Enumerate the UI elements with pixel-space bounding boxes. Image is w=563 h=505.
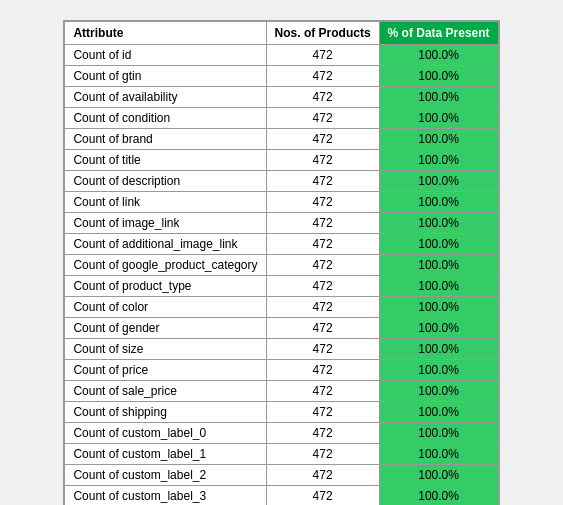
attribute-cell: Count of description	[65, 171, 266, 192]
attribute-cell: Count of condition	[65, 108, 266, 129]
count-cell: 472	[266, 255, 379, 276]
attribute-cell: Count of custom_label_3	[65, 486, 266, 506]
percent-cell: 100.0%	[379, 150, 498, 171]
count-cell: 472	[266, 234, 379, 255]
count-cell: 472	[266, 213, 379, 234]
table-row: Count of product_type472100.0%	[65, 276, 498, 297]
count-cell: 472	[266, 486, 379, 506]
count-cell: 472	[266, 297, 379, 318]
percent-cell: 100.0%	[379, 129, 498, 150]
attribute-cell: Count of additional_image_link	[65, 234, 266, 255]
table-row: Count of google_product_category472100.0…	[65, 255, 498, 276]
table-row: Count of sale_price472100.0%	[65, 381, 498, 402]
table-row: Count of size472100.0%	[65, 339, 498, 360]
count-cell: 472	[266, 45, 379, 66]
percent-cell: 100.0%	[379, 297, 498, 318]
table-row: Count of link472100.0%	[65, 192, 498, 213]
attribute-cell: Count of brand	[65, 129, 266, 150]
percent-cell: 100.0%	[379, 192, 498, 213]
percent-cell: 100.0%	[379, 108, 498, 129]
percent-cell: 100.0%	[379, 339, 498, 360]
attribute-cell: Count of image_link	[65, 213, 266, 234]
percent-cell: 100.0%	[379, 171, 498, 192]
percent-cell: 100.0%	[379, 465, 498, 486]
table-row: Count of custom_label_1472100.0%	[65, 444, 498, 465]
percent-cell: 100.0%	[379, 423, 498, 444]
table-row: Count of description472100.0%	[65, 171, 498, 192]
attribute-cell: Count of custom_label_0	[65, 423, 266, 444]
count-cell: 472	[266, 339, 379, 360]
attribute-cell: Count of gtin	[65, 66, 266, 87]
count-cell: 472	[266, 150, 379, 171]
attribute-cell: Count of shipping	[65, 402, 266, 423]
count-cell: 472	[266, 171, 379, 192]
data-table: AttributeNos. of Products% of Data Prese…	[63, 20, 499, 505]
table-row: Count of price472100.0%	[65, 360, 498, 381]
count-cell: 472	[266, 360, 379, 381]
table-row: Count of id472100.0%	[65, 45, 498, 66]
column-header-1: Nos. of Products	[266, 22, 379, 45]
table-row: Count of custom_label_3472100.0%	[65, 486, 498, 506]
table-row: Count of image_link472100.0%	[65, 213, 498, 234]
percent-cell: 100.0%	[379, 45, 498, 66]
count-cell: 472	[266, 465, 379, 486]
count-cell: 472	[266, 444, 379, 465]
table-row: Count of condition472100.0%	[65, 108, 498, 129]
percent-cell: 100.0%	[379, 381, 498, 402]
percent-cell: 100.0%	[379, 87, 498, 108]
attribute-cell: Count of sale_price	[65, 381, 266, 402]
attribute-cell: Count of link	[65, 192, 266, 213]
table-row: Count of additional_image_link472100.0%	[65, 234, 498, 255]
attribute-cell: Count of price	[65, 360, 266, 381]
count-cell: 472	[266, 423, 379, 444]
attribute-cell: Count of size	[65, 339, 266, 360]
table-row: Count of title472100.0%	[65, 150, 498, 171]
table-row: Count of color472100.0%	[65, 297, 498, 318]
table-row: Count of custom_label_0472100.0%	[65, 423, 498, 444]
count-cell: 472	[266, 381, 379, 402]
percent-cell: 100.0%	[379, 444, 498, 465]
percent-cell: 100.0%	[379, 255, 498, 276]
attribute-cell: Count of google_product_category	[65, 255, 266, 276]
count-cell: 472	[266, 87, 379, 108]
attribute-cell: Count of product_type	[65, 276, 266, 297]
percent-cell: 100.0%	[379, 276, 498, 297]
column-header-2: % of Data Present	[379, 22, 498, 45]
attribute-cell: Count of title	[65, 150, 266, 171]
table-row: Count of availability472100.0%	[65, 87, 498, 108]
count-cell: 472	[266, 108, 379, 129]
percent-cell: 100.0%	[379, 213, 498, 234]
percent-cell: 100.0%	[379, 402, 498, 423]
column-header-0: Attribute	[65, 22, 266, 45]
attribute-cell: Count of gender	[65, 318, 266, 339]
attribute-cell: Count of custom_label_2	[65, 465, 266, 486]
attribute-cell: Count of availability	[65, 87, 266, 108]
table-row: Count of brand472100.0%	[65, 129, 498, 150]
table-row: Count of gender472100.0%	[65, 318, 498, 339]
percent-cell: 100.0%	[379, 360, 498, 381]
attribute-cell: Count of color	[65, 297, 266, 318]
table-row: Count of gtin472100.0%	[65, 66, 498, 87]
attribute-cell: Count of custom_label_1	[65, 444, 266, 465]
table-row: Count of shipping472100.0%	[65, 402, 498, 423]
percent-cell: 100.0%	[379, 234, 498, 255]
percent-cell: 100.0%	[379, 318, 498, 339]
percent-cell: 100.0%	[379, 486, 498, 506]
count-cell: 472	[266, 402, 379, 423]
count-cell: 472	[266, 66, 379, 87]
count-cell: 472	[266, 192, 379, 213]
count-cell: 472	[266, 129, 379, 150]
attribute-cell: Count of id	[65, 45, 266, 66]
count-cell: 472	[266, 276, 379, 297]
count-cell: 472	[266, 318, 379, 339]
percent-cell: 100.0%	[379, 66, 498, 87]
table-row: Count of custom_label_2472100.0%	[65, 465, 498, 486]
